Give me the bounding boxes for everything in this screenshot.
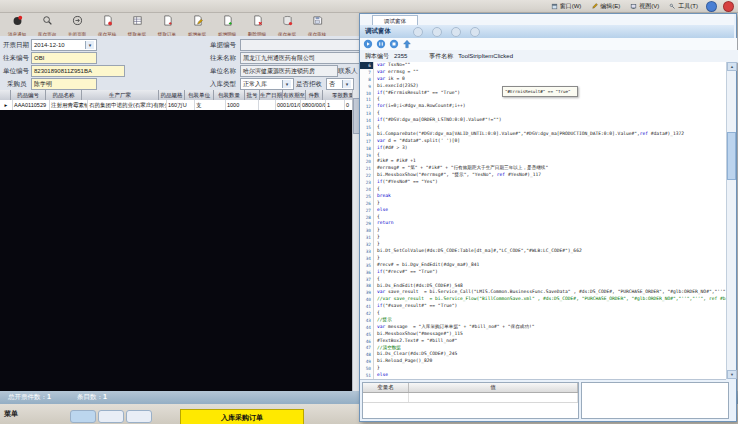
partner-name-value: 黑龙江九州通医药有限公司 xyxy=(243,54,315,63)
grid-cell: 1 xyxy=(326,100,345,110)
window-control-icon[interactable] xyxy=(432,27,442,37)
line-number: 34 xyxy=(360,255,374,262)
column-header[interactable]: 有效期至 xyxy=(283,90,306,100)
debug-bottom-panel: 变量名值 xyxy=(360,380,734,419)
code-vertical-scrollbar[interactable]: ▲ ▼ xyxy=(726,62,735,379)
code-line: 36if("#recv#" == "True") xyxy=(360,269,726,276)
toolbar-button[interactable]: 新增明细 xyxy=(212,13,242,35)
code-text: { xyxy=(374,96,380,103)
quick-button-1[interactable] xyxy=(70,410,96,423)
window-control-icon[interactable] xyxy=(470,27,480,37)
tab-inbound-purchase-order[interactable]: 入库采购订单 xyxy=(180,409,304,424)
toolbar-button[interactable]: 关闭页面 xyxy=(62,13,92,35)
menu-item[interactable]: 编辑(E) xyxy=(586,0,625,12)
menu-button[interactable]: 菜单 xyxy=(4,409,18,419)
invoice-date-input[interactable]: 2014-12-10 ▾ xyxy=(31,39,97,51)
line-number: 40 xyxy=(360,296,374,303)
code-text: var save_result = bi.Service_Call("LMIS.… xyxy=(374,289,726,296)
line-number: 36 xyxy=(360,269,374,276)
code-text: var ik = 0 xyxy=(374,76,405,83)
line-number: 22 xyxy=(360,172,374,179)
scroll-up-icon[interactable]: ▲ xyxy=(727,62,737,71)
code-line: 37{ xyxy=(360,276,726,283)
debug-up-icon[interactable] xyxy=(402,39,412,49)
column-header[interactable]: 药品规格 xyxy=(159,90,185,100)
close-app-icon[interactable] xyxy=(723,1,734,12)
row-selector-header[interactable] xyxy=(0,90,11,100)
variables-table-row[interactable] xyxy=(363,393,578,403)
menu-items: 窗口(W)编辑(E)视图(V)工具(T) xyxy=(546,0,703,12)
toolbar-button[interactable]: 保存单据 xyxy=(272,13,302,35)
chevron-down-icon[interactable]: ▾ xyxy=(342,80,351,88)
chevron-down-icon[interactable]: ▾ xyxy=(282,80,291,88)
code-text: } xyxy=(374,241,380,248)
toolbar-button[interactable]: 保存审核 xyxy=(302,13,332,35)
vars-column-header[interactable]: 值 xyxy=(409,383,578,392)
debug-run-icon[interactable] xyxy=(363,39,373,49)
column-header[interactable]: 生产日期 xyxy=(260,90,283,100)
column-header[interactable]: 包装单位 xyxy=(185,90,214,100)
variables-table[interactable]: 变量名值 xyxy=(362,382,579,419)
code-line: 35#recv# = bi.Dgv_EndEdit(#dgv_ma#)_841 xyxy=(360,262,726,269)
debug-pause-icon[interactable] xyxy=(376,39,386,49)
column-header[interactable]: 药品名称 xyxy=(46,90,82,100)
code-text: { xyxy=(374,152,380,159)
quick-button-3[interactable] xyxy=(126,410,152,423)
window-control-icon[interactable] xyxy=(451,27,461,37)
toolbar-button[interactable]: 提取订单 xyxy=(152,13,182,35)
code-scrollbar-thumb[interactable] xyxy=(727,132,736,180)
column-header[interactable]: 药品编号 xyxy=(11,90,46,100)
partner-no-input[interactable]: OBI xyxy=(31,52,97,64)
grid-cell: 0800/00/00 xyxy=(301,100,326,110)
script-no-value: 2355 xyxy=(394,53,407,59)
variables-table-header: 变量名值 xyxy=(363,383,578,393)
theme-ball-icon[interactable] xyxy=(706,1,717,12)
toolbar-button[interactable]: 删除明细 xyxy=(242,13,272,35)
unit-name-input[interactable]: 哈尔滨健康源医药连锁药房 xyxy=(240,65,338,77)
line-number: 38 xyxy=(360,283,374,290)
buyer-input[interactable]: 陈学明 xyxy=(31,78,97,90)
chevron-down-icon[interactable]: ▾ xyxy=(85,41,94,49)
code-line: 11{ xyxy=(360,96,726,103)
line-number: 7 xyxy=(360,69,374,76)
menu-item[interactable]: 工具(T) xyxy=(664,0,703,12)
doc-plus-icon xyxy=(162,12,173,30)
scroll-down-icon[interactable]: ▼ xyxy=(727,370,737,379)
code-text: { xyxy=(374,110,380,117)
quick-button-2[interactable] xyxy=(98,410,124,423)
code-text: break xyxy=(374,193,391,200)
row-selector[interactable]: ▸ xyxy=(0,100,13,110)
toolbar-button[interactable]: 新增单据 xyxy=(182,13,212,35)
debug-stop-icon[interactable] xyxy=(389,39,399,49)
code-line: 13{ xyxy=(360,110,726,117)
vars-column-header[interactable]: 变量名 xyxy=(363,383,409,392)
code-line: 8var ik = 0 xyxy=(360,76,726,83)
toolbar-button[interactable]: 库存查询 xyxy=(32,13,62,35)
code-line: 16bi.CompareDate("#DGV:dgv_ma[VALID_UNTI… xyxy=(360,131,726,138)
line-number: 8 xyxy=(360,76,374,83)
column-header[interactable]: 件数 xyxy=(306,90,323,100)
output-panel[interactable] xyxy=(581,382,729,419)
toolbar-button[interactable]: 保存草稿 xyxy=(92,13,122,35)
code-text: //提示 xyxy=(374,317,392,324)
menu-item[interactable]: 视图(V) xyxy=(625,0,664,12)
menu-item[interactable]: 窗口(W) xyxy=(546,0,587,12)
line-number: 16 xyxy=(360,131,374,138)
code-text: if("#save_result#" == "True") xyxy=(374,303,457,310)
line-number: 28 xyxy=(360,214,374,221)
toolbar-button[interactable]: 消息通知 xyxy=(2,13,32,35)
code-editor[interactable]: 6var TsxNo=""7var errmsg = ""8var ik = 0… xyxy=(360,62,726,380)
line-number: 35 xyxy=(360,262,374,269)
code-text: var TsxNo="" xyxy=(374,62,410,69)
column-header[interactable]: 批号 xyxy=(245,90,260,100)
line-number: 23 xyxy=(360,179,374,186)
debug-title-bar[interactable]: 调试窗体 xyxy=(360,25,734,38)
in-type-select[interactable]: 正常入库 ▾ xyxy=(240,78,294,90)
window-control-icon[interactable] xyxy=(413,27,423,37)
code-line: 23if("#YesNo#" == "Yes") xyxy=(360,179,726,186)
column-header[interactable]: 包装数量 xyxy=(214,90,245,100)
unit-no-input[interactable]: 82301890811Z951BA xyxy=(31,65,125,77)
column-header[interactable]: 生产厂家 xyxy=(82,90,159,100)
toolbar-button[interactable]: 提取单据 xyxy=(122,13,152,35)
reject-select[interactable]: 否 ▾ xyxy=(326,78,354,90)
